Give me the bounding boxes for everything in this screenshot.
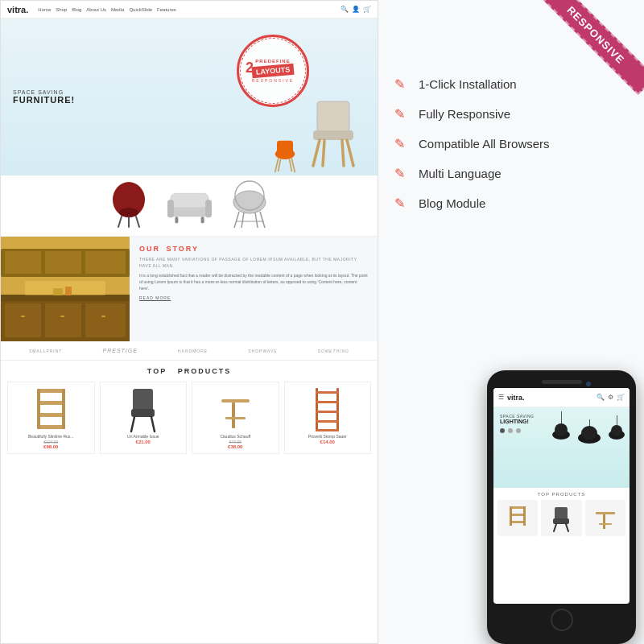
svg-line-28 [255, 213, 258, 228]
svg-rect-17 [170, 193, 208, 209]
products-strip [1, 175, 378, 237]
checkmark-icon-5: ✎ [394, 196, 411, 211]
lamp-3 [608, 415, 625, 444]
hero-line1: SPACE SAVING [13, 89, 75, 95]
nav-item[interactable]: Shop [56, 7, 67, 12]
stamp-overlay: 2 PREDEFINE LAYOUTS RESPONSIVE [237, 35, 309, 107]
svg-rect-78 [553, 518, 569, 524]
svg-rect-82 [603, 514, 605, 529]
phone-product-1 [497, 500, 538, 536]
search-icon[interactable]: 🔍 [341, 6, 349, 13]
svg-rect-53 [131, 409, 155, 417]
svg-rect-52 [133, 389, 153, 411]
svg-point-71 [611, 425, 622, 436]
phone-hero: SPACE SAVING LIGHTING! [493, 407, 630, 488]
site-nav: Home Shop Blog About Us Media QuickSlide… [38, 7, 175, 12]
cart-icon[interactable]: 🛒 [363, 6, 371, 13]
brand-hardcore: HARDMORE [178, 349, 208, 353]
left-panel: vitra. Home Shop Blog About Us Media Qui… [0, 0, 378, 644]
lamp-wire-3 [617, 415, 617, 425]
product-img-1 [12, 386, 90, 431]
checkmark-icon-1: ✎ [394, 76, 411, 92]
read-more-link[interactable]: READ MORE [139, 295, 368, 300]
nav-item[interactable]: Home [38, 7, 51, 12]
svg-rect-18 [170, 207, 208, 217]
brands-strip: SmallPrint Prestige HARDMORE SHOPWAVE So… [1, 341, 378, 361]
product-thumb-3[interactable] [228, 184, 272, 228]
svg-rect-37 [5, 303, 41, 337]
product-img-2 [105, 386, 183, 431]
brand-shopwave: SHOPWAVE [248, 349, 277, 353]
checkmark-icon-2: ✎ [394, 106, 411, 122]
brand-other: Something [318, 349, 349, 353]
svg-rect-57 [232, 402, 235, 428]
feature-item-3: ✎ Compatible All Browsers [394, 136, 628, 151]
product-card-2[interactable]: Un Armable Issue €21.00 [100, 382, 188, 454]
nav-item[interactable]: QuickSlide [129, 7, 152, 12]
account-icon[interactable]: 👤 [352, 6, 360, 13]
lamp-1 [551, 411, 571, 444]
sofa-chair-icon [167, 182, 212, 230]
svg-line-80 [566, 524, 568, 531]
phone-home-button[interactable] [551, 609, 573, 631]
rack-product-icon [309, 385, 345, 433]
svg-rect-22 [200, 217, 204, 223]
right-panel: RESPONSIVE ✎ 1-Click Installation ✎ Full… [378, 0, 644, 644]
feature-item-1: ✎ 1-Click Installation [394, 76, 628, 92]
svg-rect-49 [37, 425, 65, 429]
product-card-4[interactable]: Proverb Stomp Sauer €14.00 [284, 382, 372, 454]
svg-line-54 [131, 417, 134, 431]
product-card-3[interactable]: Claudius Schauff €47.00 €38.00 [192, 382, 279, 454]
svg-line-27 [242, 213, 244, 228]
nav-item[interactable]: Blog [72, 7, 81, 12]
nav-item[interactable]: About Us [86, 7, 106, 12]
svg-rect-33 [45, 251, 81, 274]
product-card-1[interactable]: Beautifully Slimline Rus... €124.00 €98.… [7, 382, 95, 454]
svg-rect-59 [316, 388, 318, 431]
svg-rect-75 [510, 506, 512, 526]
nav-item[interactable]: Features [157, 7, 176, 12]
svg-line-55 [151, 417, 155, 431]
lamp-shade-icon-2 [577, 426, 601, 444]
phone-lamps [551, 411, 625, 444]
product-thumb-2[interactable] [167, 184, 212, 228]
phone-cart-icon: 🛒 [617, 394, 625, 401]
svg-line-10 [323, 140, 324, 166]
brand-smallprint: SmallPrint [29, 349, 62, 353]
svg-rect-62 [316, 401, 339, 403]
kitchen-illustration [1, 237, 130, 341]
feature-item-5: ✎ Blog Module [394, 196, 628, 211]
svg-rect-35 [1, 295, 130, 301]
hero-line2: FURNITURE! [13, 95, 75, 105]
svg-line-79 [554, 524, 556, 531]
svg-rect-34 [85, 251, 126, 274]
phone-header-icons: 🔍 ⚙ 🛒 [597, 394, 625, 401]
product-img-4 [289, 386, 367, 431]
egg-chair-icon [107, 182, 151, 230]
svg-rect-40 [21, 316, 25, 317]
phone-mockup: ☰ vitra. 🔍 ⚙ 🛒 SPACE SAVING LIGHTING! [487, 370, 636, 644]
product-thumb-1[interactable] [107, 184, 151, 228]
product-img-3 [196, 386, 275, 431]
svg-rect-19 [167, 200, 174, 217]
site-nav-icons: 🔍 👤 🛒 [341, 6, 371, 13]
svg-line-8 [313, 140, 320, 166]
svg-rect-44 [53, 288, 63, 295]
lamp-2 [577, 419, 601, 444]
orange-chair-icon [269, 135, 301, 175]
feature-item-4: ✎ Multi Language [394, 166, 628, 181]
nav-item[interactable]: Media [111, 7, 124, 12]
svg-rect-60 [336, 388, 339, 431]
hero-text: SPACE SAVING FURNITURE! [13, 89, 75, 105]
svg-line-2 [275, 159, 279, 172]
phone-speaker [542, 380, 582, 384]
wire-chair-icon [228, 180, 272, 232]
svg-line-9 [347, 140, 353, 166]
phone-screen-header: ☰ vitra. 🔍 ⚙ 🛒 [493, 388, 630, 407]
feature-text-5: Blog Module [419, 196, 485, 210]
story-image [1, 237, 130, 341]
story-body: It is a long established fact that a rea… [139, 272, 368, 291]
svg-rect-64 [316, 420, 339, 423]
phone-product-2 [541, 500, 581, 536]
svg-rect-77 [555, 507, 568, 520]
